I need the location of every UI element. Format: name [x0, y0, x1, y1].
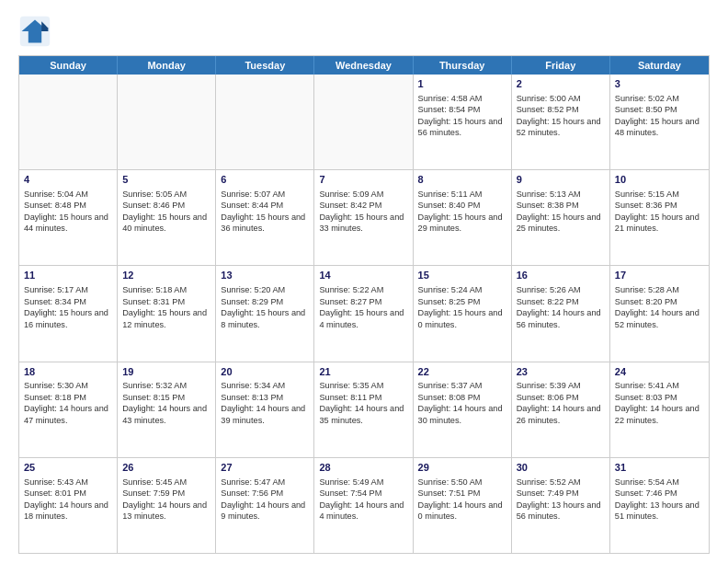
sun-info: Sunrise: 5:22 AM Sunset: 8:27 PM Dayligh… [319, 284, 407, 330]
day-cell-6: 6Sunrise: 5:07 AM Sunset: 8:44 PM Daylig… [216, 170, 314, 265]
day-number: 16 [517, 269, 605, 282]
day-cell-14: 14Sunrise: 5:22 AM Sunset: 8:27 PM Dayli… [314, 266, 413, 361]
day-number: 22 [418, 365, 506, 379]
calendar-row-3: 11Sunrise: 5:17 AM Sunset: 8:34 PM Dayli… [19, 266, 709, 362]
sun-info: Sunrise: 5:24 AM Sunset: 8:25 PM Dayligh… [418, 284, 506, 330]
day-number: 30 [517, 461, 605, 475]
sun-info: Sunrise: 5:26 AM Sunset: 8:22 PM Dayligh… [517, 284, 605, 330]
day-cell-23: 23Sunrise: 5:39 AM Sunset: 8:06 PM Dayli… [512, 362, 610, 457]
day-number: 17 [615, 269, 704, 282]
sun-info: Sunrise: 5:54 AM Sunset: 7:46 PM Dayligh… [615, 477, 704, 523]
day-cell-13: 13Sunrise: 5:20 AM Sunset: 8:29 PM Dayli… [216, 266, 314, 361]
day-cell-28: 28Sunrise: 5:49 AM Sunset: 7:54 PM Dayli… [314, 458, 413, 553]
sun-info: Sunrise: 5:20 AM Sunset: 8:29 PM Dayligh… [221, 284, 309, 330]
sun-info: Sunrise: 5:28 AM Sunset: 8:20 PM Dayligh… [615, 284, 704, 330]
page: SundayMondayTuesdayWednesdayThursdayFrid… [0, 0, 728, 563]
day-cell-20: 20Sunrise: 5:34 AM Sunset: 8:13 PM Dayli… [216, 362, 314, 457]
weekday-header-sunday: Sunday [19, 56, 118, 75]
empty-cell [118, 75, 216, 169]
day-number: 6 [221, 173, 309, 187]
calendar-header: SundayMondayTuesdayWednesdayThursdayFrid… [19, 56, 709, 75]
day-cell-26: 26Sunrise: 5:45 AM Sunset: 7:59 PM Dayli… [118, 458, 216, 553]
day-number: 13 [221, 269, 309, 282]
calendar-row-1: 1Sunrise: 4:58 AM Sunset: 8:54 PM Daylig… [19, 75, 709, 170]
day-cell-8: 8Sunrise: 5:11 AM Sunset: 8:40 PM Daylig… [414, 170, 512, 265]
sun-info: Sunrise: 5:18 AM Sunset: 8:31 PM Dayligh… [122, 284, 210, 330]
sun-info: Sunrise: 5:15 AM Sunset: 8:36 PM Dayligh… [615, 189, 704, 235]
sun-info: Sunrise: 5:34 AM Sunset: 8:13 PM Dayligh… [221, 380, 309, 426]
sun-info: Sunrise: 5:47 AM Sunset: 7:56 PM Dayligh… [221, 477, 309, 523]
day-cell-3: 3Sunrise: 5:02 AM Sunset: 8:50 PM Daylig… [610, 75, 709, 169]
day-number: 18 [24, 365, 112, 379]
weekday-header-saturday: Saturday [610, 56, 709, 75]
day-number: 11 [24, 269, 112, 282]
day-cell-19: 19Sunrise: 5:32 AM Sunset: 8:15 PM Dayli… [118, 362, 216, 457]
calendar-row-2: 4Sunrise: 5:04 AM Sunset: 8:48 PM Daylig… [19, 170, 709, 266]
sun-info: Sunrise: 5:07 AM Sunset: 8:44 PM Dayligh… [221, 189, 309, 235]
day-number: 24 [615, 365, 704, 379]
sun-info: Sunrise: 5:39 AM Sunset: 8:06 PM Dayligh… [517, 380, 605, 426]
day-number: 20 [221, 365, 309, 379]
weekday-header-thursday: Thursday [414, 56, 512, 75]
day-cell-5: 5Sunrise: 5:05 AM Sunset: 8:46 PM Daylig… [118, 170, 216, 265]
sun-info: Sunrise: 5:00 AM Sunset: 8:52 PM Dayligh… [517, 93, 605, 139]
sun-info: Sunrise: 5:17 AM Sunset: 8:34 PM Dayligh… [24, 284, 112, 330]
weekday-header-monday: Monday [118, 56, 216, 75]
day-cell-9: 9Sunrise: 5:13 AM Sunset: 8:38 PM Daylig… [512, 170, 610, 265]
day-number: 25 [24, 461, 112, 475]
day-cell-25: 25Sunrise: 5:43 AM Sunset: 8:01 PM Dayli… [19, 458, 118, 553]
sun-info: Sunrise: 5:35 AM Sunset: 8:11 PM Dayligh… [319, 380, 407, 426]
sun-info: Sunrise: 5:11 AM Sunset: 8:40 PM Dayligh… [418, 189, 506, 235]
day-cell-30: 30Sunrise: 5:52 AM Sunset: 7:49 PM Dayli… [512, 458, 610, 553]
calendar-body: 1Sunrise: 4:58 AM Sunset: 8:54 PM Daylig… [19, 75, 709, 553]
day-cell-10: 10Sunrise: 5:15 AM Sunset: 8:36 PM Dayli… [610, 170, 709, 265]
day-cell-18: 18Sunrise: 5:30 AM Sunset: 8:18 PM Dayli… [19, 362, 118, 457]
sun-info: Sunrise: 5:41 AM Sunset: 8:03 PM Dayligh… [615, 380, 704, 426]
day-number: 12 [122, 269, 210, 282]
calendar: SundayMondayTuesdayWednesdayThursdayFrid… [18, 55, 710, 554]
sun-info: Sunrise: 5:32 AM Sunset: 8:15 PM Dayligh… [122, 380, 210, 426]
day-cell-17: 17Sunrise: 5:28 AM Sunset: 8:20 PM Dayli… [610, 266, 709, 361]
day-number: 23 [517, 365, 605, 379]
day-cell-1: 1Sunrise: 4:58 AM Sunset: 8:54 PM Daylig… [414, 75, 512, 169]
sun-info: Sunrise: 5:37 AM Sunset: 8:08 PM Dayligh… [418, 380, 506, 426]
sun-info: Sunrise: 5:49 AM Sunset: 7:54 PM Dayligh… [319, 477, 407, 523]
day-number: 31 [615, 461, 704, 475]
day-number: 5 [122, 173, 210, 187]
day-number: 28 [319, 461, 407, 475]
day-cell-16: 16Sunrise: 5:26 AM Sunset: 8:22 PM Dayli… [512, 266, 610, 361]
sun-info: Sunrise: 5:04 AM Sunset: 8:48 PM Dayligh… [24, 189, 112, 235]
day-cell-21: 21Sunrise: 5:35 AM Sunset: 8:11 PM Dayli… [314, 362, 413, 457]
day-cell-24: 24Sunrise: 5:41 AM Sunset: 8:03 PM Dayli… [610, 362, 709, 457]
day-cell-11: 11Sunrise: 5:17 AM Sunset: 8:34 PM Dayli… [19, 266, 118, 361]
sun-info: Sunrise: 5:02 AM Sunset: 8:50 PM Dayligh… [615, 93, 704, 139]
empty-cell [314, 75, 413, 169]
sun-info: Sunrise: 5:09 AM Sunset: 8:42 PM Dayligh… [319, 189, 407, 235]
day-number: 29 [418, 461, 506, 475]
weekday-header-tuesday: Tuesday [216, 56, 314, 75]
calendar-row-5: 25Sunrise: 5:43 AM Sunset: 8:01 PM Dayli… [19, 458, 709, 553]
day-number: 21 [319, 365, 407, 379]
sun-info: Sunrise: 4:58 AM Sunset: 8:54 PM Dayligh… [418, 93, 506, 139]
day-number: 10 [615, 173, 704, 187]
weekday-header-wednesday: Wednesday [314, 56, 413, 75]
day-cell-7: 7Sunrise: 5:09 AM Sunset: 8:42 PM Daylig… [314, 170, 413, 265]
empty-cell [216, 75, 314, 169]
day-cell-31: 31Sunrise: 5:54 AM Sunset: 7:46 PM Dayli… [610, 458, 709, 553]
calendar-row-4: 18Sunrise: 5:30 AM Sunset: 8:18 PM Dayli… [19, 362, 709, 458]
logo [18, 15, 55, 48]
day-number: 27 [221, 461, 309, 475]
sun-info: Sunrise: 5:30 AM Sunset: 8:18 PM Dayligh… [24, 380, 112, 426]
sun-info: Sunrise: 5:52 AM Sunset: 7:49 PM Dayligh… [517, 477, 605, 523]
weekday-header-friday: Friday [512, 56, 610, 75]
day-cell-12: 12Sunrise: 5:18 AM Sunset: 8:31 PM Dayli… [118, 266, 216, 361]
day-number: 26 [122, 461, 210, 475]
sun-info: Sunrise: 5:13 AM Sunset: 8:38 PM Dayligh… [517, 189, 605, 235]
day-number: 3 [615, 77, 704, 91]
logo-icon [18, 15, 51, 48]
empty-cell [19, 75, 118, 169]
day-number: 2 [517, 77, 605, 91]
sun-info: Sunrise: 5:43 AM Sunset: 8:01 PM Dayligh… [24, 477, 112, 523]
day-number: 8 [418, 173, 506, 187]
day-number: 9 [517, 173, 605, 187]
